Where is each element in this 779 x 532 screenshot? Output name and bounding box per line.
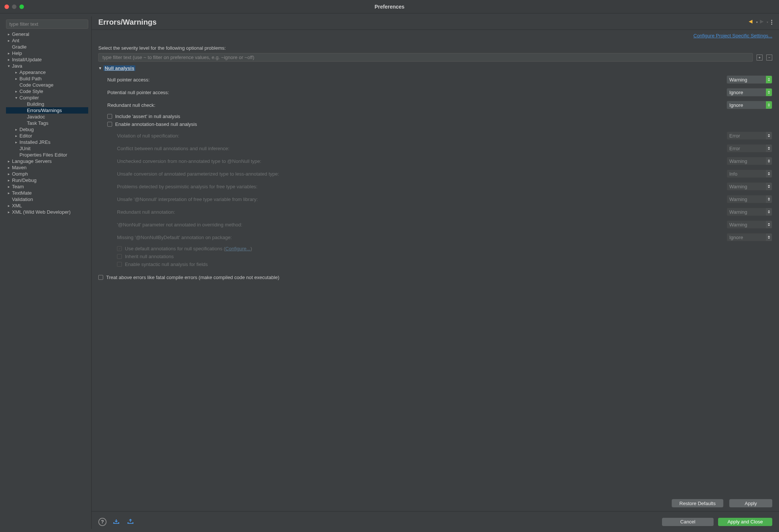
tree-item[interactable]: ▸Language Servers (6, 158, 88, 164)
chevron-down-icon: ▾ (6, 64, 11, 68)
tree-item-label: Java (11, 63, 22, 69)
tree-item-label: JUnit (19, 146, 31, 151)
tree-item[interactable]: ▸Build Path (6, 75, 88, 82)
select-value: Warning (729, 77, 747, 83)
enable-annotation-checkbox[interactable]: Enable annotation-based null analysis (107, 121, 772, 127)
include-assert-checkbox[interactable]: Include 'assert' in null analysis (107, 114, 772, 119)
page-menu-button[interactable] (771, 20, 772, 25)
treat-fatal-checkbox[interactable]: Treat above errors like fatal compile er… (98, 275, 772, 280)
configure-project-settings-link[interactable]: Configure Project Specific Settings... (92, 30, 779, 40)
severity-select: Warning (727, 182, 772, 191)
tree-item[interactable]: ▸Install/Update (6, 56, 88, 63)
preferences-tree[interactable]: ▸General▸AntGradle▸Help▸Install/Update▾J… (6, 31, 88, 529)
tree-item-label: Debug (19, 127, 34, 132)
severity-select: Warning (727, 157, 772, 165)
sidebar-filter-input[interactable] (6, 19, 88, 29)
severity-intro-label: Select the severity level for the follow… (98, 45, 772, 51)
close-window-button[interactable] (4, 4, 9, 9)
tree-item-label: Properties Files Editor (19, 152, 67, 158)
cancel-button[interactable]: Cancel (662, 518, 714, 526)
tree-item[interactable]: ▸Maven (6, 164, 88, 171)
setting-row: Unsafe conversion of annotated parameter… (117, 167, 772, 180)
tree-item[interactable]: ▸Code Style (6, 88, 88, 95)
setting-label: Unchecked conversion from non-annotated … (117, 158, 722, 164)
restore-defaults-button[interactable]: Restore Defaults (672, 499, 723, 507)
checkbox-label: Enable syntactic null analysis for field… (125, 262, 208, 267)
select-stepper-icon (766, 101, 772, 109)
tree-item[interactable]: ▸Appearance (6, 69, 88, 75)
setting-row: '@NonNull' parameter not annotated in ov… (117, 218, 772, 231)
chevron-right-icon: ▸ (13, 77, 19, 81)
tree-item[interactable]: ▸XML (Wild Web Developer) (6, 209, 88, 215)
select-stepper-icon (766, 183, 772, 190)
tree-item[interactable]: ▸TextMate (6, 190, 88, 196)
chevron-down-icon: ▾ (13, 96, 19, 100)
apply-button[interactable]: Apply (729, 499, 772, 507)
severity-select[interactable]: Ignore (727, 88, 772, 96)
setting-row: Conflict between null annotations and nu… (117, 142, 772, 155)
select-value: Warning (729, 184, 747, 189)
inherit-null-annotations-checkbox: Inherit null annotations (117, 254, 772, 259)
setting-label: Redundant null annotation: (117, 209, 722, 215)
tree-item[interactable]: ▾Compiler (6, 95, 88, 101)
titlebar: Preferences (0, 0, 779, 13)
chevron-right-icon: ▸ (6, 185, 11, 189)
tree-item[interactable]: Building (6, 101, 88, 107)
tree-item[interactable]: ▸XML (6, 202, 88, 209)
select-value: Info (729, 171, 738, 177)
tree-item[interactable]: ▸General (6, 31, 88, 37)
tree-item[interactable]: ▸Team (6, 183, 88, 190)
help-icon[interactable]: ? (98, 518, 107, 526)
apply-and-close-button[interactable]: Apply and Close (718, 518, 772, 526)
tree-item[interactable]: Gradle (6, 44, 88, 50)
tree-item-label: Errors/Warnings (26, 108, 62, 113)
severity-select: Info (727, 170, 772, 178)
tree-item[interactable]: Errors/Warnings (6, 107, 88, 114)
checkbox-label-prefix: Use default annotations for null specifi… (125, 246, 225, 251)
minimize-window-button[interactable] (12, 4, 16, 9)
tree-item[interactable]: ▸Run/Debug (6, 177, 88, 183)
tree-item[interactable]: JUnit (6, 145, 88, 152)
tree-item[interactable]: ▸Ant (6, 37, 88, 44)
forward-button[interactable] (758, 19, 767, 25)
chevron-right-icon: ▸ (6, 172, 11, 176)
setting-label: Conflict between null annotations and nu… (117, 146, 722, 151)
checkbox-label: Enable annotation-based null analysis (115, 121, 197, 127)
tree-item-label: Code Style (19, 89, 43, 94)
chevron-right-icon: ▸ (6, 159, 11, 163)
select-stepper-icon (766, 145, 772, 152)
tree-item[interactable]: ▾Java (6, 63, 88, 69)
select-stepper-icon (766, 76, 772, 83)
import-preferences-icon[interactable] (112, 519, 121, 525)
setting-row: Missing '@NonNullByDefault' annotation o… (117, 231, 772, 244)
tree-item-label: Maven (11, 165, 27, 170)
tree-item[interactable]: Validation (6, 196, 88, 202)
back-button[interactable] (747, 19, 756, 25)
tree-item[interactable]: Task Tags (6, 120, 88, 126)
severity-select[interactable]: Ignore (727, 101, 772, 109)
chevron-right-icon: ▸ (13, 89, 19, 93)
settings-filter-input[interactable] (98, 53, 753, 62)
page-title: Errors/Warnings (98, 18, 157, 27)
tree-item[interactable]: ▸Editor (6, 133, 88, 139)
export-preferences-icon[interactable] (126, 519, 135, 525)
collapse-all-button[interactable]: － (766, 55, 772, 61)
select-stepper-icon (766, 157, 772, 165)
window-title: Preferences (4, 4, 775, 10)
tree-item[interactable]: ▸Oomph (6, 171, 88, 177)
expand-all-button[interactable]: ＋ (757, 55, 763, 61)
tree-item[interactable]: Properties Files Editor (6, 152, 88, 158)
tree-item[interactable]: ▸Installed JREs (6, 139, 88, 145)
tree-item-label: Gradle (11, 44, 27, 50)
setting-label: Redundant null check: (107, 102, 722, 108)
tree-item[interactable]: Javadoc (6, 114, 88, 120)
tree-item[interactable]: Code Coverage (6, 82, 88, 88)
zoom-window-button[interactable] (19, 4, 24, 9)
section-null-analysis[interactable]: ▼ Null analysis (98, 65, 772, 71)
severity-select[interactable]: Warning (727, 75, 772, 84)
tree-item[interactable]: ▸Help (6, 50, 88, 56)
tree-item-label: Installed JREs (19, 139, 50, 145)
tree-item[interactable]: ▸Debug (6, 126, 88, 133)
tree-item-label: Javadoc (26, 114, 45, 120)
chevron-right-icon: ▸ (6, 38, 11, 43)
